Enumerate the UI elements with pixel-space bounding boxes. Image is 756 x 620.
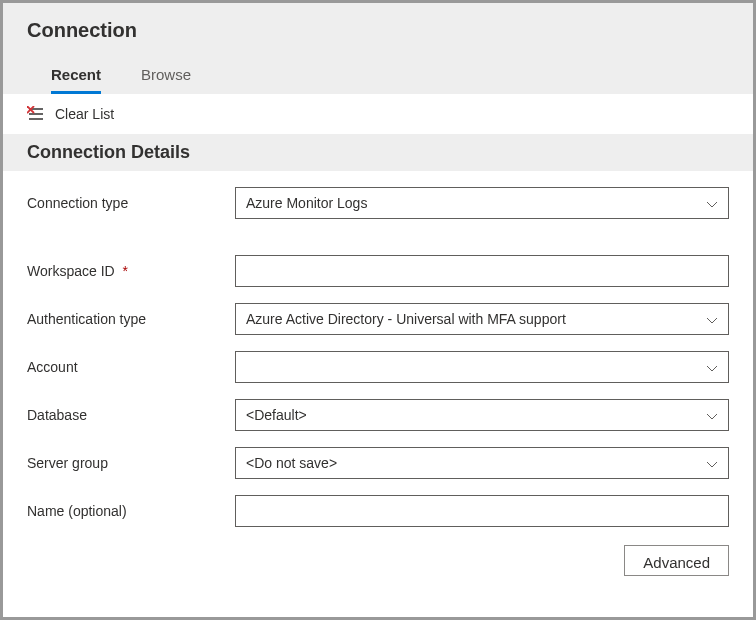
- select-authentication-type[interactable]: Azure Active Directory - Universal with …: [235, 303, 729, 335]
- chevron-down-icon: [706, 409, 718, 421]
- label-database: Database: [27, 407, 235, 423]
- select-value: <Do not save>: [246, 455, 706, 471]
- connection-form: Connection type Azure Monitor Logs Works…: [3, 171, 753, 527]
- row-workspace-id: Workspace ID *: [27, 255, 729, 287]
- chevron-down-icon: [706, 361, 718, 373]
- chevron-down-icon: [706, 313, 718, 325]
- select-account[interactable]: [235, 351, 729, 383]
- select-connection-type[interactable]: Azure Monitor Logs: [235, 187, 729, 219]
- label-authentication-type: Authentication type: [27, 311, 235, 327]
- dialog-footer: Advanced: [3, 545, 753, 576]
- input-workspace-id-wrapper: [235, 255, 729, 287]
- row-account: Account: [27, 351, 729, 383]
- advanced-button[interactable]: Advanced: [624, 545, 729, 576]
- input-workspace-id[interactable]: [246, 256, 718, 286]
- dialog-header: Connection Recent Browse: [3, 3, 753, 94]
- tab-bar: Recent Browse: [27, 66, 729, 94]
- input-name-wrapper: [235, 495, 729, 527]
- connection-dialog: Connection Recent Browse Clear List Conn…: [3, 3, 753, 617]
- tab-browse[interactable]: Browse: [141, 66, 191, 94]
- select-server-group[interactable]: <Do not save>: [235, 447, 729, 479]
- row-database: Database <Default>: [27, 399, 729, 431]
- section-title: Connection Details: [27, 142, 729, 163]
- label-workspace-id: Workspace ID *: [27, 263, 235, 279]
- label-account: Account: [27, 359, 235, 375]
- select-value: <Default>: [246, 407, 706, 423]
- select-value: Azure Active Directory - Universal with …: [246, 311, 706, 327]
- row-name: Name (optional): [27, 495, 729, 527]
- row-server-group: Server group <Do not save>: [27, 447, 729, 479]
- label-server-group: Server group: [27, 455, 235, 471]
- chevron-down-icon: [706, 457, 718, 469]
- row-authentication-type: Authentication type Azure Active Directo…: [27, 303, 729, 335]
- select-value: Azure Monitor Logs: [246, 195, 706, 211]
- toolbar: Clear List: [3, 94, 753, 134]
- section-header: Connection Details: [3, 134, 753, 171]
- label-connection-type: Connection type: [27, 195, 235, 211]
- select-database[interactable]: <Default>: [235, 399, 729, 431]
- clear-list-icon: [27, 106, 45, 122]
- input-name[interactable]: [246, 496, 718, 526]
- tab-recent[interactable]: Recent: [51, 66, 101, 94]
- chevron-down-icon: [706, 197, 718, 209]
- label-name: Name (optional): [27, 503, 235, 519]
- row-connection-type: Connection type Azure Monitor Logs: [27, 187, 729, 219]
- required-indicator: *: [123, 263, 128, 279]
- clear-list-button[interactable]: Clear List: [55, 106, 114, 122]
- dialog-title: Connection: [27, 19, 729, 42]
